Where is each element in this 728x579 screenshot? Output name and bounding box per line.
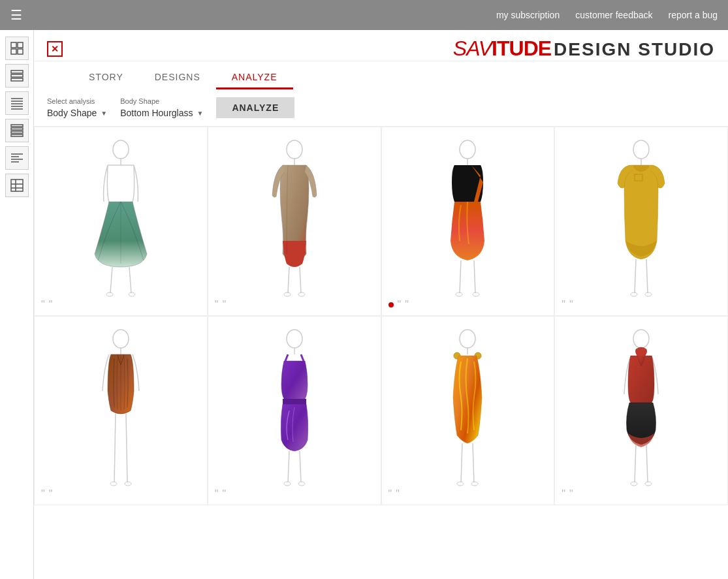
sidebar-list-3[interactable] <box>5 119 29 142</box>
svg-point-77 <box>631 482 637 486</box>
my-subscription-link[interactable]: my subscription <box>496 10 560 20</box>
sidebar-list-2[interactable] <box>5 91 29 115</box>
grid-cell-1[interactable]: " " <box>34 127 208 316</box>
fashion-figure-7 <box>422 326 513 495</box>
svg-point-41 <box>456 292 462 296</box>
cell-5-indicators: " " <box>35 489 207 499</box>
customer-feedback-link[interactable]: customer feedback <box>575 10 652 20</box>
indicator-dot-3 <box>388 302 394 307</box>
svg-rect-0 <box>11 42 16 48</box>
svg-point-64 <box>298 482 305 486</box>
toolbar: Select analysis Body Shape ▼ Body Shape … <box>34 89 728 127</box>
svg-point-42 <box>473 292 479 296</box>
cell-1-indicators: " " <box>35 300 207 310</box>
svg-point-29 <box>106 292 113 296</box>
svg-line-62 <box>300 451 301 482</box>
cell-7-indicators: " " <box>382 489 554 499</box>
tab-story[interactable]: STORY <box>73 67 139 89</box>
menu-icon[interactable]: ☰ <box>10 7 22 23</box>
svg-point-72 <box>471 482 478 486</box>
brand-sav: SAV <box>453 37 492 61</box>
svg-point-43 <box>633 140 649 159</box>
svg-point-50 <box>113 330 129 348</box>
svg-rect-20 <box>11 180 23 191</box>
select-analysis-group: Select analysis Body Shape ▼ <box>47 97 107 118</box>
content-area: ✕ SAVITUDE DESIGN STUDIO STORY DESIGNS A… <box>34 30 728 579</box>
fashion-figure-2 <box>249 136 340 306</box>
svg-line-46 <box>635 259 636 293</box>
fashion-figure-5 <box>75 326 166 495</box>
grid-cell-8[interactable]: " " <box>554 316 728 505</box>
quote-icon-7: " <box>562 300 565 310</box>
cell-4-indicators: " " <box>555 300 727 310</box>
svg-rect-6 <box>11 78 23 81</box>
brand-logo: SAVITUDE DESIGN STUDIO <box>453 37 715 61</box>
sidebar-list-5[interactable] <box>5 174 29 197</box>
quote-icon-8: " <box>569 300 573 310</box>
top-nav-links: my subscription customer feedback report… <box>496 10 718 20</box>
grid-cell-2[interactable]: " " <box>208 127 381 316</box>
svg-line-28 <box>129 267 131 293</box>
svg-point-30 <box>129 292 135 296</box>
svg-rect-3 <box>18 49 23 54</box>
grid-cell-5[interactable]: " " <box>34 316 208 505</box>
tabs: STORY DESIGNS ANALYZE <box>34 67 728 89</box>
svg-rect-60 <box>283 399 306 404</box>
fashion-figure-1 <box>75 136 166 306</box>
svg-point-49 <box>645 292 652 296</box>
svg-line-59 <box>301 354 304 361</box>
fashion-figure-6 <box>249 326 340 495</box>
svg-line-75 <box>635 445 636 482</box>
svg-line-61 <box>288 451 289 482</box>
grid-cell-3[interactable]: " " <box>381 127 555 316</box>
fashion-figure-4 <box>595 136 687 306</box>
sidebar-list-4[interactable] <box>5 146 29 170</box>
cell-3-indicators: " " <box>382 300 554 310</box>
svg-point-65 <box>460 330 475 348</box>
grid-cell-6[interactable]: " " <box>208 316 381 505</box>
sidebar-list-1[interactable] <box>5 64 29 87</box>
top-nav: ☰ my subscription customer feedback repo… <box>0 0 728 30</box>
grid-cell-7[interactable]: " " <box>381 316 555 505</box>
svg-line-69 <box>461 443 462 482</box>
quote-icon-9: " <box>41 489 45 499</box>
svg-line-33 <box>288 267 289 293</box>
close-button[interactable]: ✕ <box>47 41 63 57</box>
svg-line-40 <box>474 260 475 293</box>
bottom-hourglass-value: Bottom Hourglass <box>120 108 193 118</box>
grid-container: " " <box>34 127 728 579</box>
brand-itude: ITUDE <box>492 37 551 61</box>
svg-line-76 <box>646 445 648 482</box>
chevron-down-icon-2: ▼ <box>197 110 203 117</box>
main-container: ✕ SAVITUDE DESIGN STUDIO STORY DESIGNS A… <box>0 30 728 579</box>
cell-8-indicators: " " <box>555 489 727 499</box>
brand-studio: DESIGN STUDIO <box>554 39 715 60</box>
report-bug-link[interactable]: report a bug <box>669 10 718 20</box>
chevron-down-icon: ▼ <box>101 110 107 117</box>
analyze-button[interactable]: ANALYZE <box>216 97 294 118</box>
svg-point-37 <box>460 140 475 159</box>
body-shape-group: Body Shape Bottom Hourglass ▼ <box>120 97 203 118</box>
sidebar-grid-4[interactable] <box>5 37 29 60</box>
svg-point-54 <box>110 482 117 486</box>
svg-point-55 <box>125 482 131 486</box>
body-shape-value: Body Shape <box>47 108 97 118</box>
svg-point-31 <box>287 140 302 159</box>
svg-line-39 <box>460 260 461 293</box>
svg-point-78 <box>645 482 652 486</box>
tab-analyze[interactable]: ANALYZE <box>216 67 293 89</box>
quote-icon-14: " <box>396 489 400 499</box>
tab-designs[interactable]: DESIGNS <box>139 67 216 89</box>
svg-line-34 <box>300 267 301 293</box>
svg-point-36 <box>298 292 305 296</box>
svg-rect-12 <box>11 125 23 127</box>
quote-icon-15: " <box>562 489 565 499</box>
grid-cell-4[interactable]: " " <box>554 127 728 316</box>
body-shape-dropdown[interactable]: Body Shape ▼ <box>47 108 107 118</box>
svg-line-52 <box>114 414 116 482</box>
quote-icon-6: " <box>405 300 409 310</box>
svg-rect-4 <box>11 70 23 73</box>
quote-icon-10: " <box>49 489 53 499</box>
fashion-figure-3 <box>422 136 513 306</box>
bottom-hourglass-dropdown[interactable]: Bottom Hourglass ▼ <box>120 108 203 118</box>
